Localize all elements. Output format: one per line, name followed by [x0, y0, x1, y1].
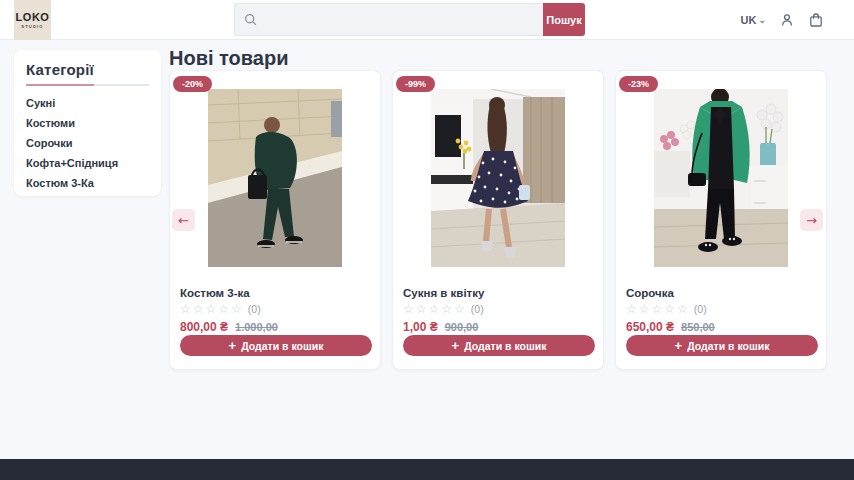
old-price: 850,00	[681, 321, 715, 333]
sidebar-title: Категорії	[26, 61, 149, 78]
star-icon: ☆	[639, 303, 650, 315]
search-input-box	[234, 3, 543, 36]
user-icon[interactable]	[779, 12, 795, 28]
page: LOKO STUDIO Пошук UK ⌄	[0, 0, 854, 480]
search-button[interactable]: Пошук	[543, 3, 585, 36]
sidebar-item-sorochky[interactable]: Сорочки	[26, 138, 149, 149]
header-actions: UK ⌄	[741, 0, 824, 40]
star-icon: ☆	[454, 303, 465, 315]
category-list: Сукні Костюми Сорочки Кофта+Спідниця Кос…	[26, 98, 149, 189]
star-icon: ☆	[429, 303, 440, 315]
star-icon: ☆	[180, 303, 191, 315]
star-icon: ☆	[218, 303, 229, 315]
search-icon	[244, 13, 257, 26]
language-label: UK	[741, 14, 757, 26]
product-title[interactable]: Сорочка	[626, 287, 674, 299]
star-icon: ☆	[416, 303, 427, 315]
rating-row: ☆☆☆☆☆ (0)	[626, 303, 707, 315]
product-card: -23%	[615, 70, 827, 370]
page-title: Нові товари	[169, 47, 288, 70]
price-row: 800,00 ₴ 1.000,00	[180, 320, 278, 334]
logo-subtitle: STUDIO	[21, 24, 43, 29]
search-input[interactable]	[264, 4, 543, 35]
footer	[0, 459, 854, 480]
sidebar-item-sukni[interactable]: Сукні	[26, 98, 149, 109]
add-to-cart-button[interactable]: + Додати в кошик	[626, 335, 818, 356]
sidebar-item-kostyumy[interactable]: Костюми	[26, 118, 149, 129]
add-to-cart-label: Додати в кошик	[241, 340, 323, 352]
chevron-down-icon: ⌄	[758, 15, 766, 25]
product-image[interactable]	[431, 89, 565, 267]
rating-row: ☆☆☆☆☆ (0)	[403, 303, 484, 315]
current-price: 650,00 ₴	[626, 320, 674, 334]
star-icon: ☆	[206, 303, 217, 315]
sidebar-divider	[26, 84, 149, 86]
product-card: -99%	[392, 70, 604, 370]
star-icon: ☆	[441, 303, 452, 315]
discount-badge: -99%	[396, 76, 435, 92]
star-icon: ☆	[193, 303, 204, 315]
plus-icon: +	[675, 339, 683, 352]
rating-count: (0)	[694, 303, 707, 315]
product-card: -20%	[169, 70, 381, 370]
product-title[interactable]: Костюм 3-ка	[180, 287, 250, 299]
cart-icon[interactable]	[808, 12, 824, 28]
star-icon: ☆	[626, 303, 637, 315]
star-icon: ☆	[664, 303, 675, 315]
plus-icon: +	[452, 339, 460, 352]
product-image[interactable]	[654, 89, 788, 267]
add-to-cart-button[interactable]: + Додати в кошик	[180, 335, 372, 356]
price-row: 650,00 ₴ 850,00	[626, 320, 715, 334]
old-price: 1.000,00	[235, 321, 278, 333]
product-title[interactable]: Сукня в квітку	[403, 287, 484, 299]
old-price: 900,00	[445, 321, 479, 333]
arrow-right-icon: →	[806, 213, 817, 228]
product-photo-suit	[208, 89, 342, 267]
rating-row: ☆☆☆☆☆ (0)	[180, 303, 261, 315]
star-icon: ☆	[231, 303, 242, 315]
current-price: 800,00 ₴	[180, 320, 228, 334]
product-photo-shirt	[654, 89, 788, 267]
add-to-cart-label: Додати в кошик	[464, 340, 546, 352]
discount-badge: -20%	[173, 76, 212, 92]
add-to-cart-button[interactable]: + Додати в кошик	[403, 335, 595, 356]
header: LOKO STUDIO Пошук UK ⌄	[0, 0, 854, 40]
sidebar-item-kofta-spidnytsia[interactable]: Кофта+Спідниця	[26, 158, 149, 169]
current-price: 1,00 ₴	[403, 320, 438, 334]
star-icon: ☆	[652, 303, 663, 315]
rating-count: (0)	[248, 303, 261, 315]
language-selector[interactable]: UK ⌄	[741, 14, 766, 26]
price-row: 1,00 ₴ 900,00	[403, 320, 478, 334]
product-image[interactable]	[208, 89, 342, 267]
arrow-left-icon: ←	[178, 213, 189, 228]
star-icon: ☆	[403, 303, 414, 315]
star-icon: ☆	[677, 303, 688, 315]
add-to-cart-label: Додати в кошик	[687, 340, 769, 352]
carousel-next-button[interactable]: →	[800, 209, 823, 231]
plus-icon: +	[229, 339, 237, 352]
logo[interactable]: LOKO STUDIO	[14, 0, 51, 40]
rating-count: (0)	[471, 303, 484, 315]
carousel-prev-button[interactable]: ←	[172, 209, 195, 231]
categories-sidebar: Категорії Сукні Костюми Сорочки Кофта+Сп…	[14, 50, 161, 196]
sidebar-item-kostyum-3ka[interactable]: Костюм 3-Ка	[26, 178, 149, 189]
search-bar: Пошук	[234, 3, 585, 36]
discount-badge: -23%	[619, 76, 658, 92]
logo-title: LOKO	[16, 12, 50, 23]
product-photo-dress	[431, 89, 565, 267]
